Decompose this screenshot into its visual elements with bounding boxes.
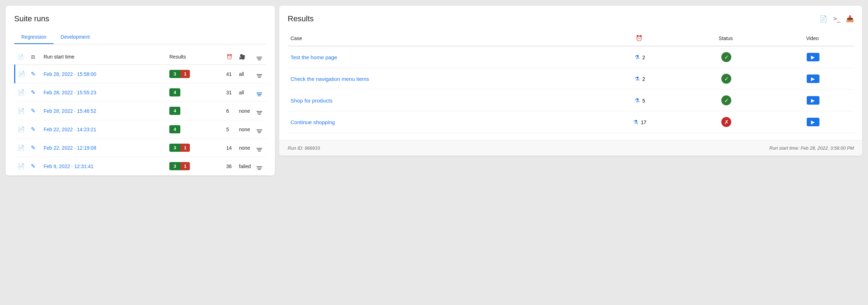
row-filter-icon[interactable] [254,157,266,176]
case-video[interactable]: ▶ [772,46,854,68]
case-video[interactable]: ▶ [772,111,854,133]
terminal-icon[interactable]: >_ [833,15,840,23]
row-doc-icon[interactable]: 📄 [15,83,28,102]
row-filter-icon[interactable] [254,120,266,139]
case-status: ✓ [681,90,772,111]
case-time: ⚗ 2 [599,68,681,90]
filter-header-icon [257,53,262,59]
row-results-badge: 3 1 [167,157,224,176]
clock-col-icon: ⏰ [636,35,643,41]
col-header-run-start-time: Run start time [41,50,167,65]
edit-header-icon: ⚖ [31,54,35,60]
status-pass-icon: ✓ [721,74,731,84]
row-count: 36 [224,157,236,176]
row-doc-icon[interactable]: 📄 [15,157,28,176]
col-header-status: Status [681,32,772,46]
row-doc-icon[interactable]: 📄 [15,139,28,157]
row-doc-icon[interactable]: 📄 [15,65,28,83]
case-status: ✗ [681,111,772,133]
case-name[interactable]: Check the navigation menu items [288,68,599,90]
status-fail-icon: ✗ [721,117,731,127]
col-header-video: 🎥 [236,50,254,65]
run-start-time: Run start time: Feb 28, 2022, 3:58:00 PM [770,145,854,151]
row-tag: none [236,139,254,157]
col-header-edit: ⚖ [28,50,41,65]
results-title: Results [288,14,314,23]
case-status: ✓ [681,68,772,90]
suite-runs-table: 📄 ⚖ Run start time Results ⏰ 🎥 [14,50,266,176]
case-time: ⚗ 2 [599,46,681,68]
row-results-badge: 3 1 [167,139,224,157]
row-filter-icon[interactable] [254,65,266,83]
row-tag: none [236,102,254,120]
case-video[interactable]: ▶ [772,90,854,111]
row-count: 14 [224,139,236,157]
row-edit-icon[interactable]: ✎ [28,83,41,102]
run-id: Run ID: 966933 [288,145,320,151]
clock-header-icon: ⏰ [226,54,232,60]
row-tag: all [236,65,254,83]
col-header-doc: 📄 [15,50,28,65]
flask-icon: ⚗ [635,76,639,82]
row-count: 31 [224,83,236,102]
row-count: 5 [224,120,236,139]
row-filter-icon[interactable] [254,139,266,157]
row-run-time[interactable]: Feb 28, 2022 · 15:55:23 [41,83,167,102]
row-doc-icon[interactable]: 📄 [15,120,28,139]
row-count: 41 [224,65,236,83]
row-run-time[interactable]: Feb 22, 2022 · 12:19:08 [41,139,167,157]
case-name[interactable]: Shop for products [288,90,599,111]
row-doc-icon[interactable]: 📄 [15,102,28,120]
tab-regression[interactable]: Regression [14,30,53,44]
case-name[interactable]: Continue shopping [288,111,599,133]
col-header-time: ⏰ [599,32,681,46]
col-header-clock: ⏰ [224,50,236,65]
suite-runs-panel: Suite runs Regression Development 📄 ⚖ Ru… [6,6,275,176]
case-time: ⚗ 17 [599,111,681,133]
row-results-badge: 3 1 [167,65,224,83]
tab-bar: Regression Development [14,30,266,44]
doc-icon[interactable]: 📄 [819,15,827,23]
row-run-time[interactable]: Feb 9, 2022 · 12:31:41 [41,157,167,176]
row-results-badge: 4 [167,83,224,102]
row-edit-icon[interactable]: ✎ [28,120,41,139]
row-edit-icon[interactable]: ✎ [28,65,41,83]
video-header-icon: 🎥 [239,54,245,60]
flask-icon: ⚗ [635,98,639,104]
row-edit-icon[interactable]: ✎ [28,139,41,157]
col-header-results: Results [167,50,224,65]
case-name[interactable]: Test the home page [288,46,599,68]
video-play-icon[interactable]: ▶ [807,74,819,83]
row-tag: none [236,120,254,139]
tab-development[interactable]: Development [53,30,97,44]
row-filter-icon[interactable] [254,102,266,120]
row-results-badge: 4 [167,120,224,139]
row-results-badge: 4 [167,102,224,120]
suite-runs-title: Suite runs [14,14,266,23]
row-run-time[interactable]: Feb 22, 2022 · 14:23:21 [41,120,167,139]
col-header-filter [254,50,266,65]
col-header-video: Video [772,32,854,46]
results-panel: Results 📄 >_ 📥 Case ⏰ Status Video [279,6,862,156]
row-count: 6 [224,102,236,120]
video-play-icon[interactable]: ▶ [807,53,819,61]
results-header-icons: 📄 >_ 📥 [819,15,854,23]
row-edit-icon[interactable]: ✎ [28,102,41,120]
status-pass-icon: ✓ [721,52,731,62]
video-play-icon[interactable]: ▶ [807,118,819,126]
results-footer: Run ID: 966933 Run start time: Feb 28, 2… [279,140,862,156]
results-header: Results 📄 >_ 📥 [288,14,854,23]
flask-icon: ⚗ [635,54,639,60]
row-run-time[interactable]: Feb 28, 2022 · 15:58:00 [41,65,167,83]
case-status: ✓ [681,46,772,68]
video-play-icon[interactable]: ▶ [807,96,819,105]
case-video[interactable]: ▶ [772,68,854,90]
doc-header-icon: 📄 [18,54,24,60]
status-pass-icon: ✓ [721,95,731,105]
download-icon[interactable]: 📥 [846,15,854,23]
row-tag: all [236,83,254,102]
row-edit-icon[interactable]: ✎ [28,157,41,176]
row-filter-icon[interactable] [254,83,266,102]
row-run-time[interactable]: Feb 28, 2022 · 15:46:52 [41,102,167,120]
flask-icon: ⚗ [633,119,638,125]
